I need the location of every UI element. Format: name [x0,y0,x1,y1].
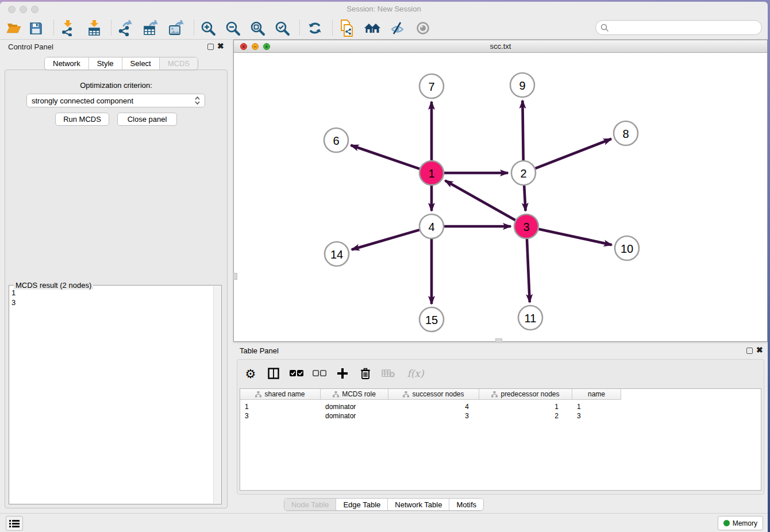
cell-mcds-role[interactable]: dominator [321,402,388,411]
tab-edge-table[interactable]: Edge Table [336,499,388,510]
mcds-result-box: MCDS result (2 nodes) 1 3 [9,285,222,504]
application-window: Session: New Session [0,2,768,532]
horizontal-splitter-handle[interactable] [495,338,502,342]
table-tabs: Node Table Edge Table Network Table Moti… [284,498,484,511]
toolbar-divider [194,20,194,36]
delete-column-icon[interactable] [358,366,373,381]
export-image-icon[interactable] [165,18,186,38]
table-panel-float-icon[interactable] [746,348,753,354]
search-icon [600,24,609,32]
delete-table-icon[interactable] [381,366,396,381]
node-table[interactable]: shared name MCDS role successor nodes pr… [240,388,761,491]
tab-mcds[interactable]: MCDS [160,57,198,70]
run-mcds-button[interactable]: Run MCDS [55,113,109,126]
mcds-result-scrollbar[interactable] [213,286,221,503]
column-header-successor-nodes[interactable]: successor nodes [388,389,479,400]
mcds-result-item[interactable]: 1 [11,288,212,298]
zoom-in-icon[interactable] [198,18,218,38]
column-header-name[interactable]: name [572,389,621,400]
tab-node-table[interactable]: Node Table [284,499,337,510]
network-view-window: × − + scc.txt 7968124314101511 [233,40,768,342]
close-panel-button[interactable]: Close panel [117,113,177,126]
control-panel-close-icon[interactable]: ✖ [217,43,224,49]
graph-edge-3-11[interactable] [527,239,530,302]
hide-selected-icon[interactable] [387,18,408,38]
tab-style[interactable]: Style [89,57,122,70]
cell-shared-name[interactable]: 3 [240,411,321,421]
mcds-result-item[interactable]: 3 [11,298,212,307]
control-panel-float-icon[interactable] [207,44,214,50]
column-header-shared-name[interactable]: shared name [240,389,321,400]
graph-node-label-3: 3 [523,221,529,233]
import-table-icon[interactable] [84,18,105,38]
column-visibility-icon[interactable] [266,366,281,381]
cell-successor-nodes[interactable]: 3 [388,411,479,421]
graph-edge-3-10[interactable] [538,229,611,245]
toolbar-divider [111,20,111,36]
toolbar-divider [299,20,300,36]
graph-node-label-15: 15 [425,314,438,326]
graph-node-label-4: 4 [428,221,434,233]
graph-node-label-10: 10 [621,242,633,255]
copy-network-icon[interactable] [337,18,357,38]
zoom-fit-icon[interactable] [247,18,268,38]
tab-motifs[interactable]: Motifs [449,499,483,510]
list-icon [9,519,20,528]
status-bar: Memory [0,513,768,532]
table-panel-body: ⚙ [237,359,764,495]
select-all-checkboxes-icon[interactable] [289,366,304,381]
graph-edge-2-3[interactable] [524,186,525,211]
graph-node-label-7: 7 [428,80,434,93]
graph-edge-2-9[interactable] [522,101,523,160]
graph-node-label-1: 1 [428,167,434,180]
cell-predecessor-nodes[interactable]: 1 [479,402,572,411]
toolbar-divider [53,20,54,36]
memory-label: Memory [733,519,757,527]
tab-network[interactable]: Network [45,57,89,70]
tab-select[interactable]: Select [122,57,160,70]
save-session-icon[interactable] [25,18,46,38]
graph-edges [351,101,612,304]
cell-name[interactable]: 3 [572,411,621,421]
vertical-splitter-handle[interactable] [233,273,237,280]
zoom-out-icon[interactable] [222,18,243,38]
graph-edge-1-6[interactable] [351,145,420,169]
network-canvas[interactable]: 7968124314101511 [234,53,767,341]
search-input[interactable] [612,24,761,32]
table-row[interactable]: 3 dominator 3 2 3 [240,411,621,421]
cell-mcds-role[interactable]: dominator [321,411,388,421]
cell-successor-nodes[interactable]: 4 [388,402,479,411]
optimization-criterion-select[interactable]: strongly connected component [26,94,205,107]
mcds-result-list[interactable]: 1 3 [11,288,212,503]
zoom-selected-icon[interactable] [272,18,292,38]
import-network-icon[interactable] [57,18,78,38]
table-panel-close-icon[interactable]: ✖ [756,347,763,353]
refresh-layout-icon[interactable] [305,18,325,38]
table-options-gear-icon[interactable]: ⚙ [243,366,258,381]
cell-shared-name[interactable]: 1 [240,402,321,411]
network-window-titlebar[interactable]: × − + scc.txt [234,40,767,53]
graph-edge-4-14[interactable] [352,230,419,249]
select-arrows-icon [195,97,200,105]
graph-node-label-2: 2 [520,167,526,180]
column-header-predecessor-nodes[interactable]: predecessor nodes [479,389,572,400]
graph-edge-3-1[interactable] [445,180,515,220]
memory-button[interactable]: Memory [718,516,763,530]
control-panel-body: Optimization criterion: strongly connect… [5,70,228,508]
table-row[interactable]: 1 dominator 4 1 1 [240,402,621,411]
open-file-icon[interactable] [3,18,24,38]
column-header-mcds-role[interactable]: MCDS role [321,389,388,400]
panel-list-button[interactable] [6,516,23,531]
tab-network-table[interactable]: Network Table [388,499,449,510]
deselect-all-checkboxes-icon[interactable] [312,366,327,381]
function-builder-icon[interactable]: f(x) [404,366,427,381]
export-table-icon[interactable] [140,18,161,38]
show-all-icon[interactable] [413,18,433,38]
cell-predecessor-nodes[interactable]: 2 [479,411,572,421]
graph-edge-2-8[interactable] [536,139,611,168]
cell-name[interactable]: 1 [572,402,621,411]
export-network-icon[interactable] [115,18,136,38]
add-column-icon[interactable] [335,366,350,381]
first-neighbors-icon[interactable] [362,18,383,38]
search-field[interactable] [595,20,762,35]
